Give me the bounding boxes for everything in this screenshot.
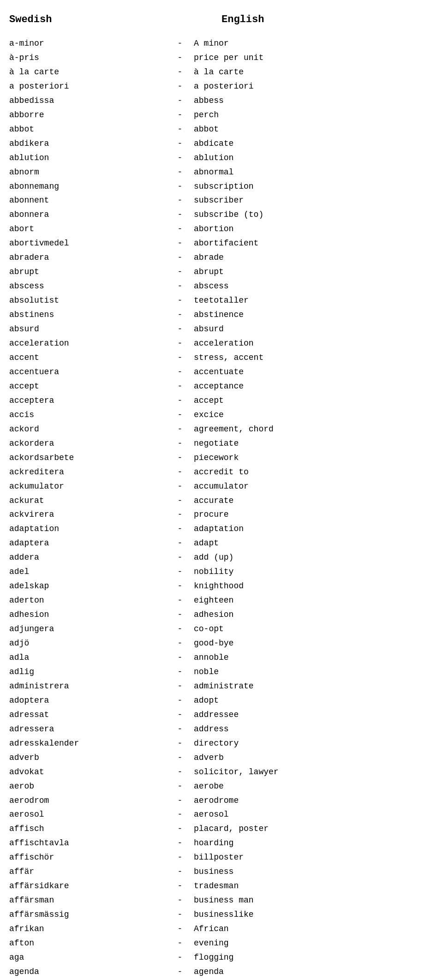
table-row: administrera-administrate — [9, 679, 434, 693]
english-translation: accredit to — [194, 465, 434, 479]
dash-separator: - — [166, 636, 194, 651]
swedish-term: à-pris — [9, 51, 166, 65]
table-row: accentuera-accentuate — [9, 365, 434, 379]
english-translation: abstinence — [194, 308, 434, 322]
swedish-term: affärsmässig — [9, 908, 166, 922]
swedish-term: accis — [9, 408, 166, 422]
column-header-english: English — [222, 14, 264, 25]
table-row: abrupt-abrupt — [9, 265, 434, 279]
english-translation: adapt — [194, 536, 434, 550]
dash-separator: - — [166, 422, 194, 436]
english-translation: address — [194, 722, 434, 736]
swedish-term: à la carte — [9, 65, 166, 79]
swedish-term: abonnent — [9, 193, 166, 208]
english-translation: subscribe (to) — [194, 208, 434, 222]
dash-separator: - — [166, 593, 194, 608]
english-translation: agenda — [194, 965, 434, 979]
column-header-swedish: Swedish — [9, 14, 166, 25]
dash-separator: - — [166, 508, 194, 522]
english-translation: business man — [194, 893, 434, 908]
table-row: adoptera-adopt — [9, 693, 434, 708]
swedish-term: a-minor — [9, 36, 166, 51]
dash-separator: - — [166, 51, 194, 65]
english-translation: negotiate — [194, 436, 434, 451]
swedish-term: abradera — [9, 251, 166, 265]
dash-separator: - — [166, 151, 194, 165]
english-translation: noble — [194, 665, 434, 679]
swedish-term: adressera — [9, 722, 166, 736]
dash-separator: - — [166, 236, 194, 251]
table-row: abborre-perch — [9, 108, 434, 122]
swedish-term: affischtavla — [9, 836, 166, 850]
english-translation: accurate — [194, 494, 434, 508]
swedish-term: ackordera — [9, 436, 166, 451]
table-row: accept-acceptance — [9, 379, 434, 394]
dash-separator: - — [166, 65, 194, 79]
dash-separator: - — [166, 850, 194, 865]
dash-separator: - — [166, 950, 194, 965]
english-translation: abdicate — [194, 137, 434, 151]
swedish-term: aderton — [9, 593, 166, 608]
english-translation: abbess — [194, 94, 434, 108]
swedish-term: addera — [9, 550, 166, 565]
table-row: advokat-solicitor, lawyer — [9, 765, 434, 779]
dash-separator: - — [166, 579, 194, 593]
english-translation: abrupt — [194, 265, 434, 279]
table-row: aga-flogging — [9, 950, 434, 965]
dash-separator: - — [166, 736, 194, 751]
table-row: aerodrom-aerodrome — [9, 794, 434, 808]
english-translation: knighthood — [194, 579, 434, 593]
english-translation: flogging — [194, 950, 434, 965]
table-row: acceptera-accept — [9, 394, 434, 408]
english-translation: tradesman — [194, 879, 434, 893]
swedish-term: affär — [9, 865, 166, 879]
table-row: abortivmedel-abortifacient — [9, 236, 434, 251]
table-row: abbot-abbot — [9, 122, 434, 137]
dash-separator: - — [166, 479, 194, 494]
swedish-term: ackvirera — [9, 508, 166, 522]
swedish-term: abnorm — [9, 165, 166, 179]
table-row: ackord-agreement, chord — [9, 422, 434, 436]
english-translation: add (up) — [194, 550, 434, 565]
dash-separator: - — [166, 265, 194, 279]
swedish-term: ablution — [9, 151, 166, 165]
table-row: affisch-placard, poster — [9, 822, 434, 836]
dash-separator: - — [166, 865, 194, 879]
table-row: ackumulator-accumulator — [9, 479, 434, 494]
dash-separator: - — [166, 751, 194, 765]
dash-separator: - — [166, 550, 194, 565]
dash-separator: - — [166, 379, 194, 394]
table-row: abbedissa-abbess — [9, 94, 434, 108]
english-translation: nobility — [194, 565, 434, 579]
dash-separator: - — [166, 251, 194, 265]
english-translation: businesslike — [194, 908, 434, 922]
english-translation: accept — [194, 394, 434, 408]
dash-separator: - — [166, 336, 194, 351]
dash-separator: - — [166, 836, 194, 850]
table-row: adverb-adverb — [9, 751, 434, 765]
english-translation: abnormal — [194, 165, 434, 179]
english-translation: hoarding — [194, 836, 434, 850]
swedish-term: absurd — [9, 322, 166, 336]
dash-separator: - — [166, 193, 194, 208]
english-translation: accumulator — [194, 479, 434, 494]
english-translation: administrate — [194, 679, 434, 693]
english-translation: accentuate — [194, 365, 434, 379]
english-translation: good-bye — [194, 636, 434, 651]
swedish-term: affischör — [9, 850, 166, 865]
english-translation: piecework — [194, 451, 434, 465]
english-translation: a posteriori — [194, 79, 434, 94]
swedish-term: aerodrom — [9, 794, 166, 808]
table-row: affärsidkare-tradesman — [9, 879, 434, 893]
english-translation: agreement, chord — [194, 422, 434, 436]
swedish-term: accept — [9, 379, 166, 394]
table-row: abnorm-abnormal — [9, 165, 434, 179]
swedish-term: abortivmedel — [9, 236, 166, 251]
swedish-term: adoptera — [9, 693, 166, 708]
table-row: accent-stress, accent — [9, 351, 434, 365]
table-row: adel-nobility — [9, 565, 434, 579]
swedish-term: abstinens — [9, 308, 166, 322]
table-row: ackordera-negotiate — [9, 436, 434, 451]
dash-separator: - — [166, 222, 194, 236]
table-row: a-minor-A minor — [9, 36, 434, 51]
